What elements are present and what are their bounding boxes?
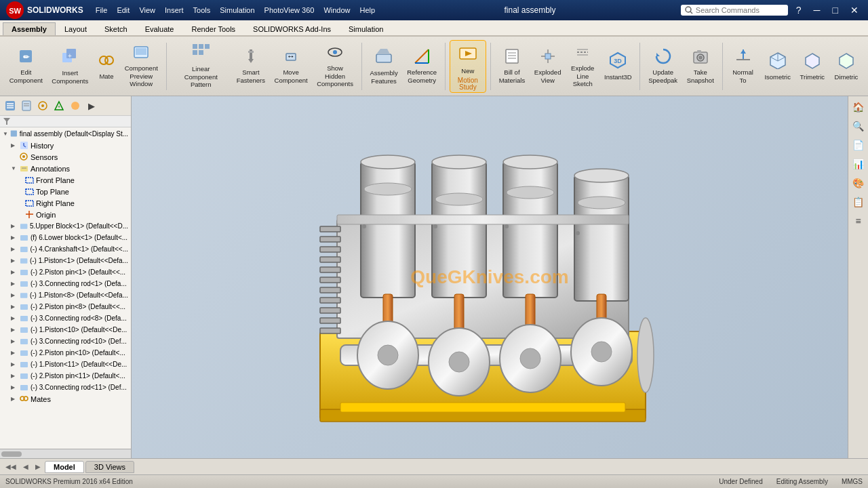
menu-help[interactable]: Help [356,5,380,16]
edit-component-button[interactable]: ✏ EditComponent [5,40,47,93]
bill-of-materials-button[interactable]: Bill ofMaterials [495,40,529,93]
tree-item-sensors[interactable]: Sensors [0,151,131,163]
mate-button[interactable]: Mate [94,40,119,93]
dimetric-button[interactable]: Dimetric [830,40,863,93]
explode-line-button[interactable]: ExplodeLineSketch [566,40,599,93]
tab-render-tools[interactable]: Render Tools [182,22,244,35]
menu-tools[interactable]: Tools [189,5,215,16]
view-scenes-button[interactable]: 📋 [850,194,867,210]
view-tasks-button[interactable]: ≡ [850,213,867,229]
menu-edit[interactable]: Edit [113,5,134,16]
help-icon[interactable]: ? [792,5,806,16]
tree-item-right-plane[interactable]: Right Plane [0,197,131,209]
menu-insert[interactable]: Insert [161,5,188,16]
scrollbar-thumb[interactable] [1,451,22,457]
show-hidden-button[interactable]: ShowHiddenComponents [313,40,357,93]
nav-back-button[interactable]: ◀ [20,463,31,470]
viewport[interactable]: QueGKnives.com [132,96,848,458]
exploded-view-button[interactable]: ExplodedView [530,40,565,93]
svg-marker-46 [656,53,660,56]
isometric-button[interactable]: Isometric [761,40,795,93]
tab-sketch[interactable]: Sketch [96,22,136,35]
menu-simulation[interactable]: Simulation [216,5,258,16]
search-box[interactable] [681,5,788,16]
tree-item-connecting-rod10[interactable]: ▶ (-) 3.Connecting rod<10> (Def... [0,336,131,347]
tree-item-top-plane[interactable]: Top Plane [0,186,131,197]
smart-fasteners-button[interactable]: SmartFasteners [233,40,269,93]
menu-photoview[interactable]: PhotoView 360 [260,5,319,16]
svg-point-148 [576,231,580,235]
instant3d-button[interactable]: 3D Instant3D [600,40,635,93]
maximize-button[interactable]: □ [829,5,842,16]
tree-item-annotations[interactable]: ▼ Annotations [0,163,131,174]
component-preview-button[interactable]: ComponentPreviewWindow [121,40,162,93]
insert-components-button[interactable]: + InsertComponents [48,40,92,93]
tree-item-history[interactable]: ▶ History [0,140,131,151]
view-zoom-button[interactable]: 🔍 [850,118,867,134]
tree-item-piston1[interactable]: ▶ (-) 1.Piston<1> (Default<<Defa... [0,255,131,266]
svg-point-141 [520,348,540,369]
tree-item-mates[interactable]: ▶ Mates [0,393,131,405]
tab-layout[interactable]: Layout [56,22,96,35]
svg-point-140 [449,352,469,372]
property-manager-button[interactable] [19,98,34,113]
feature-manager-button[interactable] [3,98,18,113]
view-section-button[interactable]: 📄 [850,137,867,153]
update-speedpak-button[interactable]: UpdateSpeedpak [644,40,681,93]
dimxpert-button[interactable]: + [52,98,66,113]
separator-3 [445,43,446,90]
tab-3d-views[interactable]: 3D Views [85,461,134,473]
search-input[interactable] [696,6,784,14]
menu-window[interactable]: Window [319,5,354,16]
tree-scrollbar[interactable] [0,449,131,458]
feature-tree-content[interactable]: ▼ final assembly (Default<Display St... … [0,127,131,449]
menu-view[interactable]: View [135,5,159,16]
tree-item-lower-block[interactable]: ▶ (f) 6.Lower block<1> (Default<... [0,232,131,243]
view-settings-button[interactable]: 🏠 [850,99,867,115]
tree-item-piston-pin11[interactable]: ▶ (-) 2.Piston pin<11> (Default<... [0,370,131,382]
take-snapshot-button[interactable]: TakeSnapshot [683,40,718,93]
tab-simulation[interactable]: Simulation [340,22,392,35]
svg-rect-51 [736,59,750,60]
tree-item-front-plane[interactable]: Front Plane [0,174,131,186]
menu-file[interactable]: File [92,5,112,16]
new-motion-study-button[interactable]: New [452,42,484,77]
config-manager-button[interactable] [35,98,50,113]
tree-item-connecting-rod1[interactable]: ▶ (-) 3.Connecting rod<1> (Defa... [0,278,131,289]
minimize-button[interactable]: ─ [810,5,825,16]
assembly-features-button[interactable]: AssemblyFeatures [366,40,402,93]
tree-item-connecting-rod11[interactable]: ▶ (-) 3.Connecting rod<11> (Def... [0,382,131,393]
tree-item-crankshaft[interactable]: ▶ (-) 4.Crankshaft<1> (Default<<... [0,243,131,255]
nav-forward-button[interactable]: ▶ [33,463,43,470]
tab-model[interactable]: Model [45,461,84,473]
tree-item-upper-block[interactable]: ▶ 5.Upper Block<1> (Default<<D... [0,220,131,232]
tab-assembly[interactable]: Assembly [3,22,56,35]
view-appearance-button[interactable]: 🎨 [850,175,867,191]
tab-evaluate[interactable]: Evaluate [136,22,183,35]
tree-item-piston8[interactable]: ▶ (-) 1.Piston<8> (Default<<Defa... [0,289,131,301]
tree-item-piston-pin8[interactable]: ▶ (-) 2.Piston pin<8> (Default<<... [0,301,131,312]
reference-geometry-button[interactable]: ReferenceGeometry [403,40,440,93]
tree-item-connecting-rod8[interactable]: ▶ (-) 3.Connecting rod<8> (Defa... [0,312,131,324]
ribbon-tabs: Assembly Layout Sketch Evaluate Render T… [0,20,868,37]
move-component-button[interactable]: ↔ MoveComponent [271,40,312,93]
trimetric-button[interactable]: Trimetric [796,40,829,93]
view-display-button[interactable]: 📊 [850,156,867,172]
svg-rect-96 [20,339,28,344]
show-hidden-icon [327,44,343,63]
right-plane-icon [25,199,34,207]
display-manager-button[interactable] [68,98,83,113]
tree-item-piston11[interactable]: ▶ (-) 1.Piston<11> (Default<<De... [0,359,131,370]
tab-solidworks-addins[interactable]: SOLIDWORKS Add-Ins [244,22,340,35]
close-button[interactable]: ✕ [846,5,863,16]
linear-pattern-button[interactable]: Linear ComponentPattern [171,40,231,93]
normal-to-button[interactable]: NormalTo [727,40,760,93]
tree-item-piston-pin10[interactable]: ▶ (-) 2.Piston pin<10> (Default<... [0,347,131,359]
tree-item-piston-pin1[interactable]: ▶ (-) 2.Piston pin<1> (Default<<... [0,266,131,278]
expand-icon[interactable]: ▶ [84,98,99,113]
tree-root[interactable]: ▼ final assembly (Default<Display St... [0,127,131,140]
nav-prev-button[interactable]: ◀◀ [3,463,19,470]
tree-item-origin[interactable]: Origin [0,209,131,220]
tree-item-piston10[interactable]: ▶ (-) 1.Piston<10> (Default<<De... [0,324,131,336]
engine-3d-model [300,96,679,458]
